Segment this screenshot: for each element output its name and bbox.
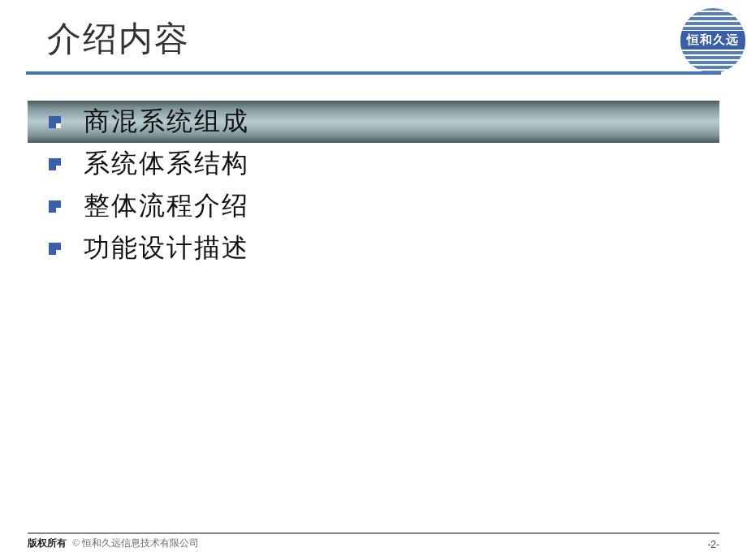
list-item: 系统体系结构 [28, 143, 719, 185]
list-item: 功能设计描述 [28, 227, 719, 269]
list-item-label: 整体流程介绍 [84, 188, 249, 224]
page-title: 介绍内容 [47, 16, 190, 62]
bullet-icon [49, 116, 61, 128]
bullet-icon [49, 158, 61, 170]
footer-copyright: 版权所有 © 恒和久远信息技术有限公司 [28, 536, 199, 550]
bullet-icon [49, 243, 61, 255]
list-item: 商混系统组成 [28, 101, 719, 143]
slide: 介绍内容 恒和久远 商 [0, 0, 747, 560]
company-logo: 恒和久远 [679, 6, 747, 75]
logo-text: 恒和久远 [679, 32, 747, 48]
list-item-label: 商混系统组成 [84, 104, 249, 140]
content-list: 商混系统组成 系统体系结构 整体流程介绍 功能设计描述 [28, 101, 719, 269]
copyright-symbol: © [72, 537, 80, 549]
company-name: 恒和久远信息技术有限公司 [82, 537, 199, 549]
title-underline [26, 71, 721, 75]
list-item-label: 系统体系结构 [84, 146, 249, 182]
footer-divider [28, 532, 719, 534]
copyright-label: 版权所有 [28, 537, 67, 549]
page-number: -2- [707, 539, 719, 550]
bullet-icon [49, 200, 61, 213]
list-item-label: 功能设计描述 [84, 230, 249, 266]
list-item: 整体流程介绍 [28, 185, 719, 227]
